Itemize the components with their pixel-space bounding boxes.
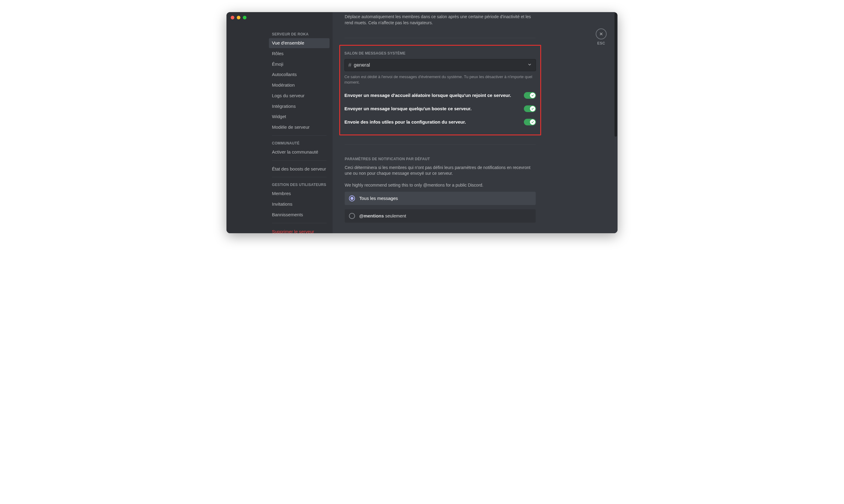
sidebar-header-community: COMMUNAUTÉ	[269, 139, 329, 147]
sidebar: SERVEUR DE ROKA Vue d'ensemble Rôles Émo…	[226, 12, 332, 233]
toggle-welcome-switch[interactable]	[524, 92, 536, 99]
system-messages-title: SALON DE MESSAGES SYSTÈME	[344, 51, 536, 55]
divider	[345, 38, 536, 38]
sidebar-item-server-logs[interactable]: Logs du serveur	[269, 91, 329, 101]
sidebar-item-roles[interactable]: Rôles	[269, 49, 329, 59]
divider	[272, 177, 327, 177]
content-area: Déplace automatiquement les membres dans…	[332, 12, 618, 233]
sidebar-item-widget[interactable]: Widget	[269, 112, 329, 122]
toggle-welcome-label: Envoyer un message d'accueil aléatoire l…	[344, 93, 511, 98]
sidebar-header-server: SERVEUR DE ROKA	[269, 30, 329, 38]
divider	[272, 223, 327, 223]
sidebar-item-integrations[interactable]: Intégrations	[269, 102, 329, 111]
toggle-setup-switch[interactable]	[524, 119, 536, 125]
radio-mentions-label: @mentions seulement	[359, 213, 406, 218]
divider	[272, 160, 327, 161]
close-label: ESC	[597, 41, 605, 46]
notification-settings-title: PARAMÈTRES DE NOTIFICATION PAR DÉFAUT	[345, 157, 536, 161]
sidebar-item-moderation[interactable]: Modération	[269, 80, 329, 90]
toggle-boost-switch[interactable]	[524, 105, 536, 112]
radio-all-messages[interactable]: Tous les messages	[345, 192, 536, 205]
window-min-dot[interactable]	[237, 16, 240, 19]
sidebar-item-overview[interactable]: Vue d'ensemble	[269, 38, 329, 48]
system-messages-highlight: SALON DE MESSAGES SYSTÈME # general Ce s…	[339, 45, 541, 135]
settings-window: SERVEUR DE ROKA Vue d'ensemble Rôles Émo…	[226, 12, 618, 233]
notification-settings-desc: Ceci déterminera si les membres qui n'on…	[345, 165, 536, 177]
notification-recommendation: We highly recommend setting this to only…	[345, 183, 536, 187]
hash-icon: #	[348, 62, 351, 69]
radio-icon	[349, 195, 355, 201]
sidebar-item-enable-community[interactable]: Activer la communauté	[269, 147, 329, 157]
radio-mentions-only[interactable]: @mentions seulement	[345, 209, 536, 222]
window-max-dot[interactable]	[243, 16, 246, 19]
system-channel-select[interactable]: # general	[344, 59, 536, 71]
layout: SERVEUR DE ROKA Vue d'ensemble Rôles Émo…	[226, 12, 618, 233]
scrollbar[interactable]	[615, 13, 617, 137]
system-channel-value: general	[354, 62, 370, 68]
radio-icon	[349, 213, 355, 219]
toggle-setup-label: Envoie des infos utiles pour la configur…	[344, 119, 466, 125]
sidebar-item-members[interactable]: Membres	[269, 189, 329, 199]
toggle-boost-message: Envoyer un message lorsque quelqu'un boo…	[344, 105, 536, 112]
sidebar-item-emoji[interactable]: Émoji	[269, 59, 329, 69]
sidebar-item-stickers[interactable]: Autocollants	[269, 70, 329, 80]
sidebar-item-server-boost-status[interactable]: État des boosts de serveur	[269, 164, 329, 174]
divider	[272, 136, 327, 136]
sidebar-item-delete-server[interactable]: Supprimer le serveur	[269, 227, 329, 234]
radio-all-messages-label: Tous les messages	[359, 196, 398, 201]
toggle-welcome-message: Envoyer un message d'accueil aléatoire l…	[344, 92, 536, 99]
window-controls	[226, 12, 246, 18]
sidebar-header-user-management: GESTION DES UTILISATEURS	[269, 181, 329, 189]
sidebar-item-invites[interactable]: Invitations	[269, 199, 329, 209]
check-icon	[530, 106, 535, 111]
close-area: ESC	[596, 29, 607, 46]
check-icon	[530, 119, 535, 125]
close-button[interactable]	[596, 29, 607, 39]
sidebar-item-bans[interactable]: Bannissements	[269, 210, 329, 220]
chevron-down-icon	[527, 62, 532, 68]
check-icon	[530, 93, 535, 98]
toggle-setup-tips: Envoie des infos utiles pour la configur…	[344, 119, 536, 125]
window-close-dot[interactable]	[231, 16, 234, 19]
system-channel-help: Ce salon est dédié à l'envoi de messages…	[344, 74, 536, 85]
toggle-boost-label: Envoyer un message lorsque quelqu'un boo…	[344, 106, 472, 111]
afk-description: Déplace automatiquement les membres dans…	[345, 14, 536, 26]
sidebar-item-server-template[interactable]: Modèle de serveur	[269, 122, 329, 132]
divider	[345, 144, 536, 145]
